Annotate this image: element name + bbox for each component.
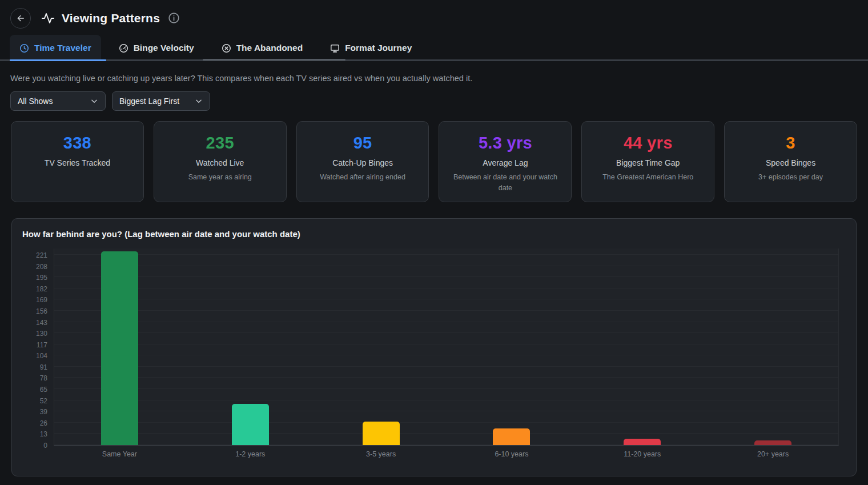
y-tick-label: 39 — [21, 408, 47, 416]
stat-value: 5.3 yrs — [445, 134, 565, 153]
tab-bar: Time Traveler Binge Velocity The Abandon… — [0, 33, 868, 61]
stat-label: Speed Binges — [730, 158, 851, 167]
y-tick-label: 143 — [21, 319, 47, 327]
tab-binge-velocity[interactable]: Binge Velocity — [109, 35, 204, 61]
stat-card-biggest-gap: 44 yrs Biggest Time Gap The Greatest Ame… — [581, 121, 714, 202]
y-tick-label: 156 — [21, 307, 47, 315]
tab-label: Format Journey — [345, 43, 412, 53]
stat-card-speed-binges: 3 Speed Binges 3+ episodes per day — [724, 121, 857, 202]
x-axis-label: 3-5 years — [366, 450, 396, 458]
y-tick-label: 221 — [21, 251, 47, 259]
tab-scrollbar-thumb[interactable] — [203, 59, 345, 61]
gridline — [54, 254, 838, 255]
y-tick-label: 169 — [21, 296, 47, 304]
stat-value: 338 — [17, 134, 138, 153]
stat-sublabel: Same year as airing — [160, 172, 280, 183]
gridline — [54, 310, 838, 311]
x-axis-label: 20+ years — [757, 450, 789, 458]
tab-label: Binge Velocity — [134, 43, 194, 53]
stat-sublabel: Watched after airing ended — [303, 172, 423, 183]
gridline — [54, 344, 838, 344]
stat-card-catchup-binges: 95 Catch-Up Binges Watched after airing … — [296, 121, 429, 202]
y-tick-label: 195 — [21, 274, 47, 282]
chart-title: How far behind are you? (Lag between air… — [21, 229, 847, 239]
bar-6-10-years[interactable] — [493, 428, 530, 445]
stat-card-watched-live: 235 Watched Live Same year as airing — [154, 121, 287, 202]
back-button[interactable] — [10, 8, 31, 29]
y-tick-label: 26 — [21, 419, 47, 427]
monitor-icon — [330, 43, 340, 53]
plot-area: Same Year1-2 years3-5 years6-10 years11-… — [54, 248, 839, 446]
stat-label: Watched Live — [160, 158, 280, 167]
gauge-icon — [119, 43, 128, 53]
tab-time-traveler[interactable]: Time Traveler — [10, 35, 101, 61]
info-icon[interactable] — [168, 12, 180, 24]
gridline — [54, 276, 838, 277]
stat-sublabel: Between air date and your watch date — [445, 172, 565, 194]
y-tick-label: 130 — [21, 330, 47, 338]
stat-value: 95 — [303, 134, 423, 153]
y-tick-label: 0 — [21, 442, 47, 450]
tab-format-journey[interactable]: Format Journey — [320, 35, 421, 61]
x-axis-label: 11-20 years — [624, 450, 661, 458]
gridline — [54, 400, 838, 400]
stat-value: 3 — [730, 134, 851, 153]
page-title: Viewing Patterns — [62, 11, 160, 25]
bar-1-2-years[interactable] — [232, 404, 269, 445]
activity-icon — [41, 11, 55, 25]
shows-filter-dropdown[interactable]: All Shows — [10, 91, 106, 111]
y-tick-label: 65 — [21, 386, 47, 394]
stats-row: 338 TV Series Tracked 235 Watched Live S… — [11, 121, 857, 202]
bar-3-5-years[interactable] — [363, 422, 400, 445]
bar-same-year[interactable] — [101, 251, 138, 445]
gridline — [54, 355, 838, 355]
tab-the-abandoned[interactable]: The Abandoned — [212, 35, 313, 61]
x-axis-label: 1-2 years — [235, 450, 265, 458]
gridline — [54, 444, 838, 445]
gridline — [54, 377, 838, 378]
gridline — [54, 332, 838, 333]
stat-label: TV Series Tracked — [17, 158, 138, 167]
gridline — [54, 388, 838, 389]
active-tab-underline — [10, 59, 106, 61]
y-tick-label: 117 — [21, 341, 47, 349]
stat-card-series-tracked: 338 TV Series Tracked — [11, 121, 144, 202]
y-tick-label: 104 — [21, 352, 47, 360]
x-circle-icon — [222, 43, 231, 53]
stat-label: Biggest Time Gap — [588, 158, 708, 167]
filter-row: All Shows Biggest Lag First — [10, 91, 858, 111]
sort-order-value: Biggest Lag First — [119, 97, 179, 106]
y-tick-label: 208 — [21, 263, 47, 271]
gridline — [54, 433, 838, 434]
gridline — [54, 322, 838, 322]
y-tick-label: 182 — [21, 285, 47, 293]
chart-area: 0132639526578911041171301431561691821952… — [21, 248, 847, 466]
x-axis-label: Same Year — [102, 450, 137, 458]
stat-value: 44 yrs — [588, 134, 708, 153]
stat-sublabel: The Greatest American Hero — [588, 172, 708, 183]
tab-label: The Abandoned — [236, 43, 303, 53]
gridline — [54, 411, 838, 411]
y-tick-label: 78 — [21, 374, 47, 382]
shows-filter-value: All Shows — [18, 97, 53, 106]
gridline — [54, 366, 838, 367]
tab-label: Time Traveler — [34, 43, 91, 53]
bar-20-years[interactable] — [754, 440, 791, 445]
y-tick-label: 91 — [21, 363, 47, 371]
stat-card-average-lag: 5.3 yrs Average Lag Between air date and… — [439, 121, 572, 202]
stat-sublabel: 3+ episodes per day — [730, 172, 851, 183]
page-header: Viewing Patterns — [0, 0, 868, 29]
y-tick-label: 52 — [21, 397, 47, 405]
gridline — [54, 299, 838, 299]
sort-order-dropdown[interactable]: Biggest Lag First — [112, 91, 210, 111]
bar-11-20-years[interactable] — [624, 439, 661, 445]
chevron-down-icon — [195, 97, 203, 105]
y-axis-labels: 0132639526578911041171301431561691821952… — [21, 248, 47, 446]
gridline — [54, 422, 838, 423]
chevron-down-icon — [90, 97, 98, 105]
x-axis-label: 6-10 years — [495, 450, 528, 458]
lag-chart-panel: How far behind are you? (Lag between air… — [11, 218, 857, 476]
gridline — [54, 288, 838, 288]
stat-label: Average Lag — [445, 158, 565, 167]
clock-icon — [19, 43, 29, 53]
